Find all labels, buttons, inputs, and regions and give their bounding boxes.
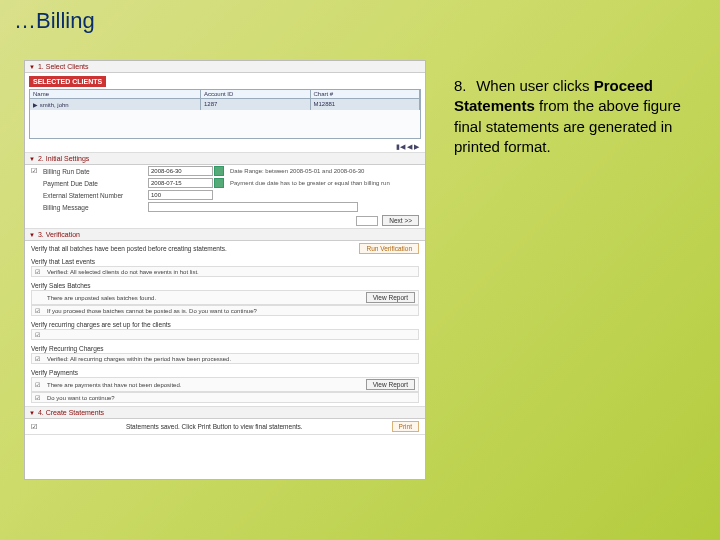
verify-sales-msg1: There are unposted sales batches found. xyxy=(47,295,362,301)
col-account-id[interactable]: Account ID xyxy=(201,90,311,98)
grid-paging-icons[interactable]: ▮◀ ◀ ▶ xyxy=(25,142,425,152)
run-verification-button[interactable]: Run Verification xyxy=(359,243,419,254)
section-initial-settings-header[interactable]: ▼ 2. Initial Settings xyxy=(25,153,425,165)
section-3-label: 3. Verification xyxy=(38,231,80,238)
verify-recurring-charges-title: Verify Recurring Charges xyxy=(31,345,419,352)
check-icon: ☑ xyxy=(35,381,43,388)
check-icon: ☑ xyxy=(35,268,43,275)
verify-recurring-setup-title: Verify recurring charges are set up for … xyxy=(31,321,419,328)
billing-run-hint: Date Range: between 2008-05-01 and 2008-… xyxy=(230,168,419,174)
billing-app-panel: ▼ 1. Select Clients SELECTED CLIENTS Nam… xyxy=(24,60,426,480)
check-icon[interactable]: ☑ xyxy=(35,307,43,314)
verify-payments-title: Verify Payments xyxy=(31,369,419,376)
verify-recurring-charges-msg: Verified: All recurring charges within t… xyxy=(47,356,415,362)
instruction-text: 8. When user clicks Proceed Statements f… xyxy=(454,76,684,157)
collapse-icon[interactable]: ▼ xyxy=(29,410,35,416)
view-report-button[interactable]: View Report xyxy=(366,292,415,303)
prev-page-icon[interactable]: ◀ xyxy=(407,143,412,151)
verify-sales-msg2: If you proceed those batches cannot be p… xyxy=(47,308,415,314)
first-page-icon[interactable]: ▮◀ xyxy=(396,143,405,151)
section-select-clients-header[interactable]: ▼ 1. Select Clients xyxy=(25,61,425,73)
billing-run-date-field[interactable]: 2008-06-30 xyxy=(148,166,213,176)
verification-top-msg: Verify that all batches have been posted… xyxy=(31,245,227,252)
grid-empty-area xyxy=(30,110,420,138)
check-icon: ☑ xyxy=(31,423,37,431)
selected-clients-badge: SELECTED CLIENTS xyxy=(29,76,106,87)
cell-account: 1287 xyxy=(201,99,311,110)
page-select[interactable] xyxy=(356,216,378,226)
collapse-icon[interactable]: ▼ xyxy=(29,232,35,238)
col-name[interactable]: Name xyxy=(30,90,201,98)
check-icon[interactable]: ☑ xyxy=(35,394,43,401)
section-4-label: 4. Create Statements xyxy=(38,409,104,416)
clients-grid: Name Account ID Chart # ▶ smith, john 12… xyxy=(29,89,421,139)
calendar-icon[interactable] xyxy=(214,166,224,176)
instruction-number: 8. xyxy=(454,76,472,96)
collapse-icon[interactable]: ▼ xyxy=(29,156,35,162)
instruction-prefix: When user clicks xyxy=(476,77,589,94)
page-title: …Billing xyxy=(14,8,95,34)
payment-due-label: Payment Due Date xyxy=(43,180,148,187)
row-billing-run-date: ☑ Billing Run Date 2008-06-30 Date Range… xyxy=(25,165,425,177)
verify-sales-batches-title: Verify Sales Batches xyxy=(31,282,419,289)
ext-stmt-label: External Statement Number xyxy=(43,192,148,199)
create-statements-msg: Statements saved. Click Print Button to … xyxy=(126,423,303,430)
section-verification-header[interactable]: ▼ 3. Verification xyxy=(25,229,425,241)
billing-run-label: Billing Run Date xyxy=(43,168,148,175)
row-payment-due: Payment Due Date 2008-07-15 Payment due … xyxy=(25,177,425,189)
print-button[interactable]: Print xyxy=(392,421,419,432)
next-button[interactable]: Next >> xyxy=(382,215,419,226)
section-2-label: 2. Initial Settings xyxy=(38,155,89,162)
billing-msg-label: Billing Message xyxy=(43,204,148,211)
verify-last-events-title: Verify that Last events xyxy=(31,258,419,265)
cell-name: ▶ smith, john xyxy=(30,99,201,110)
view-report-button[interactable]: View Report xyxy=(366,379,415,390)
calendar-icon[interactable] xyxy=(214,178,224,188)
checkbox-icon[interactable]: ☑ xyxy=(31,167,43,175)
cell-chart: M12881 xyxy=(311,99,421,110)
grid-row[interactable]: ▶ smith, john 1287 M12881 xyxy=(30,99,420,110)
section-1-label: 1. Select Clients xyxy=(38,63,89,70)
col-chart[interactable]: Chart # xyxy=(311,90,421,98)
section-create-statements-header[interactable]: ▼ 4. Create Statements xyxy=(25,407,425,419)
row-billing-msg: Billing Message xyxy=(25,201,425,213)
grid-header-row: Name Account ID Chart # xyxy=(30,90,420,99)
collapse-icon[interactable]: ▼ xyxy=(29,64,35,70)
row-ext-stmt: External Statement Number 100 xyxy=(25,189,425,201)
payment-due-hint: Payment due date has to be greater or eq… xyxy=(230,180,419,186)
verify-last-events-msg: Verified: All selected clients do not ha… xyxy=(47,269,415,275)
next-page-icon[interactable]: ▶ xyxy=(414,143,419,151)
payment-due-field[interactable]: 2008-07-15 xyxy=(148,178,213,188)
ext-stmt-field[interactable]: 100 xyxy=(148,190,213,200)
check-icon: ☑ xyxy=(35,331,43,338)
check-icon: ☑ xyxy=(35,355,43,362)
verify-payments-msg2: Do you want to continue? xyxy=(47,395,415,401)
verify-payments-msg1: There are payments that have not been de… xyxy=(47,382,362,388)
billing-msg-field[interactable] xyxy=(148,202,358,212)
